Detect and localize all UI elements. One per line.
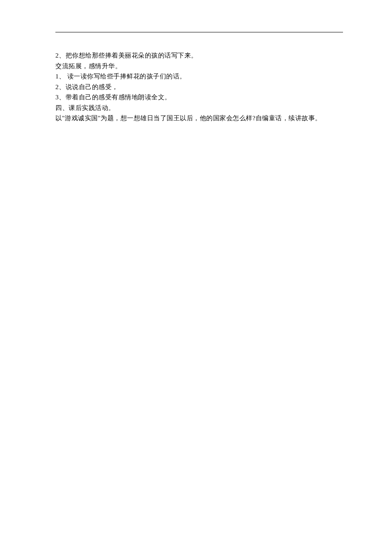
text-line: 2、把你想给那些捧着美丽花朵的孩的话写下来。 — [55, 50, 343, 61]
text-line: 3、带着自己的感受有感情地朗读全文。 — [55, 92, 343, 103]
text-line: 1、 读一读你写给些手捧鲜花的孩子们的话。 — [55, 71, 343, 82]
text-line: 以"游戏诚实国"为题，想一想雄日当了国王以后，他的国家会怎么样?自编童话，续讲故… — [55, 113, 343, 124]
text-line: 交流拓展，感情升华。 — [55, 61, 343, 72]
page-container: 2、把你想给那些捧着美丽花朵的孩的话写下来。 交流拓展，感情升华。 1、 读一读… — [0, 0, 392, 124]
document-content: 2、把你想给那些捧着美丽花朵的孩的话写下来。 交流拓展，感情升华。 1、 读一读… — [55, 50, 343, 124]
horizontal-divider — [55, 32, 343, 32]
text-line: 2、说说自己的感受， — [55, 82, 343, 92]
text-line: 四、课后实践活动。 — [55, 103, 343, 113]
